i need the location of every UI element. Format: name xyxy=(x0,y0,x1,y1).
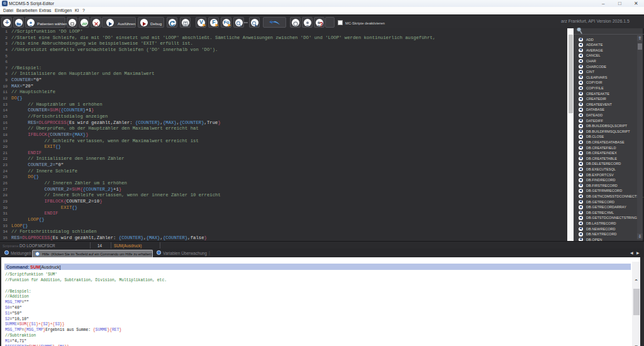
svg-text:?: ? xyxy=(319,21,323,28)
